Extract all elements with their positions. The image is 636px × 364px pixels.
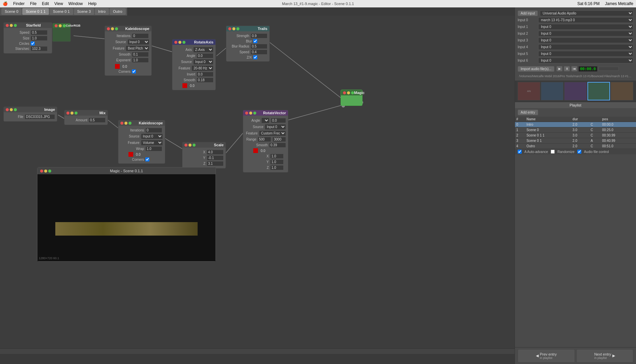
randomize-checkbox[interactable] [551, 150, 555, 154]
tab-intro[interactable]: Intro [95, 8, 109, 15]
input0-select[interactable]: march 13 #1-73.mp3 0 [538, 17, 633, 23]
trails-strength-input[interactable] [251, 33, 267, 38]
playlist-row[interactable]: 3 Scene 0 1 2.0 A 00:40.99 [515, 138, 636, 144]
window-menu[interactable]: Window [68, 1, 83, 6]
mix-amount-input[interactable] [89, 118, 106, 123]
k2-wrap-input[interactable] [145, 146, 162, 151]
ra-invert-label: Invert [174, 72, 195, 76]
k1-feature-select[interactable]: Best Pitch [126, 46, 149, 51]
add-entry-button[interactable]: Add entry [518, 110, 538, 115]
tab-scene01[interactable]: Scene 0 1 [50, 8, 73, 15]
rv-val2: 0.0 [261, 149, 265, 153]
rv-source-select[interactable]: Input 0 [265, 124, 286, 130]
help-menu[interactable]: Help [88, 1, 97, 6]
input6-select[interactable]: Input 0 [538, 58, 633, 63]
rv-y-input[interactable] [270, 159, 284, 164]
auto-advance-checkbox[interactable] [518, 150, 522, 154]
rv-z-input[interactable] [270, 165, 284, 170]
stars-input[interactable] [31, 46, 48, 51]
rv-smooth-input[interactable] [269, 143, 286, 148]
progress-bar[interactable] [599, 67, 619, 71]
rv-range-min-input[interactable] [258, 137, 271, 142]
next-entry-sub: in playlist [594, 356, 611, 360]
k1-smooth-input[interactable] [132, 52, 149, 57]
ra-feature-select[interactable]: 20-80 Hz [192, 65, 213, 71]
k2-corners-checkbox[interactable] [145, 157, 149, 161]
clock: Sat 6:16 PM [577, 1, 600, 6]
tabbar: Scene 0 Scene 0 1 1 Scene 0 1 Scene 3 In… [0, 7, 127, 16]
ra-invert-input[interactable] [197, 72, 213, 77]
next-entry-button[interactable]: Next entry in playlist ▶ [576, 349, 634, 363]
edit-menu[interactable]: Edit [42, 1, 49, 6]
entry-name: Scene 0 1 1 [525, 133, 571, 138]
prev-entry-button[interactable]: ◀ Prev entry in playlist [518, 349, 575, 363]
input1-select[interactable]: Input 0 [538, 24, 633, 30]
mix-header: Mix [64, 110, 108, 116]
scale-x-input[interactable] [207, 150, 224, 155]
pause-btn[interactable]: ⏸ [564, 66, 570, 71]
playlist-row[interactable]: 1 Scene 0 3.0 C 00:25.0 [515, 127, 636, 133]
add-input-button[interactable]: Add input [518, 10, 538, 16]
tab-outro[interactable]: Outro [110, 8, 126, 15]
rv-x-input[interactable] [270, 154, 284, 159]
k2-feature-label: Feature [120, 141, 140, 145]
playlist-row[interactable]: 4 Outro 2.0 C 00:51.0 [515, 144, 636, 149]
input4-select[interactable]: Input 0 [538, 44, 633, 50]
input2-select[interactable]: Input 0 [538, 31, 633, 36]
entry-name: Intro [525, 122, 571, 127]
input5-select[interactable]: Input 0 [538, 51, 633, 57]
stars-label: Stars/sec [6, 47, 29, 51]
play-btn[interactable]: ▶ [556, 66, 562, 71]
trails-blur-checkbox[interactable] [253, 39, 257, 43]
input3-label: Input 3 [518, 38, 536, 42]
circles-checkbox[interactable] [31, 41, 35, 46]
apple-menu[interactable]: 🍎 [3, 1, 8, 6]
view-menu[interactable]: View [54, 1, 63, 6]
trails-speed-input[interactable] [251, 50, 267, 55]
tab-scene0[interactable]: Scene 0 [1, 8, 22, 15]
ra-smooth-input[interactable] [197, 78, 213, 83]
input3-select[interactable]: Input 0 [538, 37, 633, 43]
ra-source-select[interactable]: Input 0 [193, 59, 213, 65]
ra-angle-input[interactable] [197, 53, 213, 58]
rv-angle-input[interactable] [271, 118, 286, 123]
k1-exponent-input[interactable] [132, 58, 149, 63]
audio-file-control-checkbox[interactable] [577, 150, 581, 154]
rv-angle-select[interactable] [261, 118, 269, 123]
tab-scene011[interactable]: Scene 0 1 1 [22, 8, 49, 15]
k2-corners-label: Corners [120, 158, 144, 161]
k2-source-select[interactable]: Input 0 [141, 133, 163, 139]
playlist-row[interactable]: 2 Scene 0 1 1 3.0 C 00:30.99 [515, 133, 636, 138]
k2-iterations-input[interactable] [145, 128, 162, 133]
k1-iterations-input[interactable] [132, 33, 149, 38]
horizontal-scrollbar[interactable] [0, 348, 542, 354]
rv-feature-select[interactable]: Custom Freq... [259, 130, 286, 136]
image-file-input[interactable] [25, 114, 55, 119]
k1-iterations-label: Iterations [107, 34, 131, 38]
k2-feature-select[interactable]: Volume [141, 140, 163, 146]
import-audio-button[interactable]: Import audio file(s)... [518, 66, 554, 72]
ra-axis-select[interactable]: Z-Axis [193, 47, 213, 53]
preview-info: 1280×720 60.1 [39, 256, 59, 260]
scale-y-input[interactable] [207, 155, 224, 160]
trails-blurradius-input[interactable] [251, 44, 267, 49]
trails-strength-label: Strength [228, 34, 249, 38]
file-menu[interactable]: File [30, 1, 36, 6]
device-select[interactable]: Universal Audio Apollo [540, 10, 633, 16]
finder-menu[interactable]: Finder [13, 1, 25, 6]
scale-z-input[interactable] [207, 161, 224, 166]
k1-source-select[interactable]: Input 0 [127, 39, 149, 45]
col-flag [589, 117, 601, 122]
rv-x-label: X [245, 154, 269, 158]
rotateaxis-header: RotateAxis [172, 39, 215, 45]
stop-btn[interactable]: ⏮ [571, 66, 577, 71]
tab-scene3[interactable]: Scene 3 [74, 8, 94, 15]
preview-image-band [55, 222, 198, 236]
rv-range-max-input[interactable] [272, 137, 286, 142]
col-pos: pos [601, 117, 636, 122]
k1-corners-checkbox[interactable] [132, 69, 136, 73]
playlist-row[interactable]: 0 Intro 2.0 C 00:00.0 [515, 122, 636, 127]
size-input[interactable] [31, 36, 48, 41]
trails-zx-checkbox[interactable] [253, 55, 257, 59]
speed-input[interactable] [31, 30, 48, 35]
